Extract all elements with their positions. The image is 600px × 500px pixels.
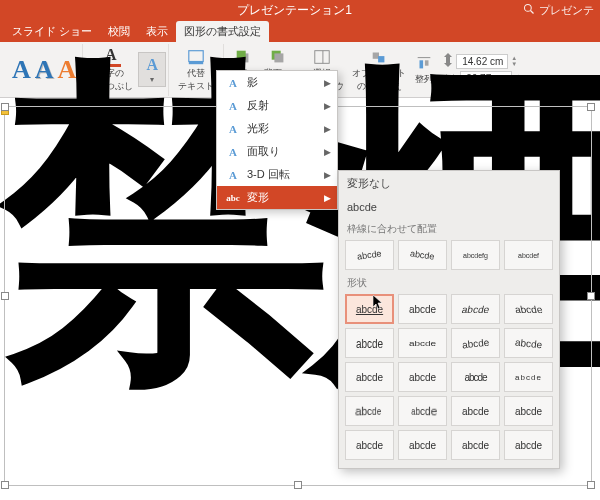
cursor-icon [373, 295, 385, 311]
rotation-3d-icon: A [225, 169, 241, 181]
chevron-right-icon: ▶ [324, 78, 331, 88]
menu-bevel[interactable]: A面取り▶ [217, 140, 337, 163]
warp-4[interactable]: abcde [504, 294, 553, 324]
chevron-right-icon: ▶ [324, 170, 331, 180]
resize-handle-sw[interactable] [1, 481, 9, 489]
path-arch-down[interactable]: abcde [398, 240, 447, 270]
reflection-icon: A [225, 100, 241, 112]
resize-handle-ne[interactable] [587, 103, 595, 111]
menu-reflection[interactable]: A反射▶ [217, 94, 337, 117]
search-box[interactable]: プレゼンテ [523, 3, 594, 18]
transform-none[interactable]: 変形なし [339, 171, 559, 196]
warp-11[interactable]: abcde [451, 362, 500, 392]
transform-flyout: 変形なし abcde 枠線に合わせて配置 abcde abcde abcdefg… [338, 170, 560, 469]
section-follow-path: 枠線に合わせて配置 [339, 218, 559, 238]
bevel-icon: A [225, 146, 241, 158]
resize-handle-se[interactable] [587, 481, 595, 489]
transform-sample[interactable]: abcde [339, 196, 559, 218]
menu-3d-rotation[interactable]: A3-D 回転▶ [217, 163, 337, 186]
warp-3[interactable]: abcde [451, 294, 500, 324]
warp-18[interactable]: abcde [398, 430, 447, 460]
path-button[interactable]: abcdef [504, 240, 553, 270]
warp-12[interactable]: abcde [504, 362, 553, 392]
warp-10[interactable]: abcde [398, 362, 447, 392]
transform-icon: abc [225, 193, 241, 203]
warp-20[interactable]: abcde [504, 430, 553, 460]
glow-icon: A [225, 123, 241, 135]
chevron-right-icon: ▶ [324, 147, 331, 157]
title-bar: プレゼンテーション1 プレゼンテ [0, 0, 600, 20]
warp-9[interactable]: abcde [345, 362, 394, 392]
warp-grid: abcde 四角 abcde abcde abcde abcde abcde a… [339, 292, 559, 462]
warp-16[interactable]: abcde [504, 396, 553, 426]
warp-7[interactable]: abcde [451, 328, 500, 358]
document-title: プレゼンテーション1 [66, 2, 523, 19]
chevron-right-icon: ▶ [324, 193, 331, 203]
warp-15[interactable]: abcde [451, 396, 500, 426]
search-icon [523, 3, 535, 17]
warp-6[interactable]: abcde [398, 328, 447, 358]
warp-17[interactable]: abcde [345, 430, 394, 460]
chevron-right-icon: ▶ [324, 101, 331, 111]
warp-13[interactable]: abcde [345, 396, 394, 426]
svg-point-0 [525, 5, 532, 12]
path-circle[interactable]: abcdefg [451, 240, 500, 270]
svg-line-1 [531, 11, 534, 14]
section-warp: 形状 [339, 272, 559, 292]
warp-5[interactable]: abcde [345, 328, 394, 358]
path-arch-up[interactable]: abcde [345, 240, 394, 270]
warp-square[interactable]: abcde 四角 [345, 294, 394, 324]
warp-8[interactable]: abcde [504, 328, 553, 358]
warp-2[interactable]: abcde [398, 294, 447, 324]
shadow-icon: A [225, 77, 241, 89]
warp-19[interactable]: abcde [451, 430, 500, 460]
menu-shadow[interactable]: A影▶ [217, 71, 337, 94]
chevron-right-icon: ▶ [324, 124, 331, 134]
text-effects-menu: A影▶ A反射▶ A光彩▶ A面取り▶ A3-D 回転▶ abc変形▶ [216, 70, 338, 210]
resize-handle-e[interactable] [587, 292, 595, 300]
menu-transform[interactable]: abc変形▶ [217, 186, 337, 209]
path-grid: abcde abcde abcdefg abcdef [339, 238, 559, 272]
resize-handle-s[interactable] [294, 481, 302, 489]
search-placeholder: プレゼンテ [539, 3, 594, 18]
menu-glow[interactable]: A光彩▶ [217, 117, 337, 140]
resize-handle-w[interactable] [1, 292, 9, 300]
warp-14[interactable]: abcde [398, 396, 447, 426]
resize-handle-nw[interactable] [1, 103, 9, 111]
